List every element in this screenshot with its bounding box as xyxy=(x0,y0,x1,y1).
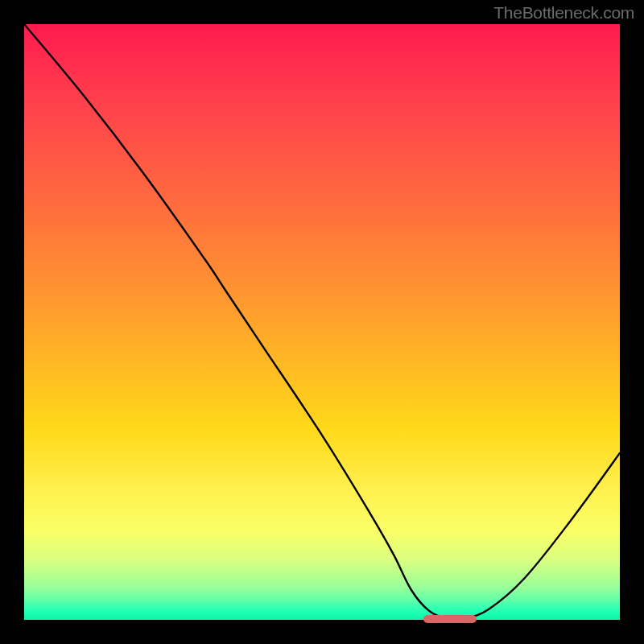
optimal-range-marker xyxy=(423,615,477,623)
chart-curve-svg xyxy=(24,24,620,620)
bottleneck-curve xyxy=(24,24,620,619)
chart-frame: TheBottleneck.com xyxy=(0,0,644,644)
chart-plot-area xyxy=(24,24,620,620)
watermark-text: TheBottleneck.com xyxy=(493,3,634,23)
